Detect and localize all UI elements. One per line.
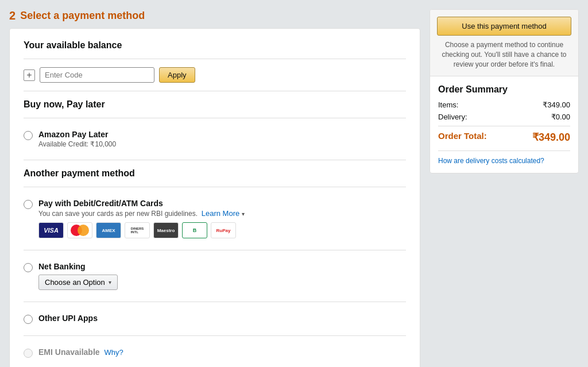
divider-5 — [24, 187, 406, 187]
divider-8 — [24, 335, 406, 336]
learn-more-link[interactable]: Learn More — [202, 209, 239, 218]
payment-card: Your available balance + Apply Buy now, … — [9, 28, 420, 367]
order-total-row: Order Total: ₹349.00 — [438, 126, 570, 144]
emi-option: EMI Unavailable Why? — [24, 344, 406, 361]
amazon-pay-later-info: Amazon Pay Later Available Credit: ₹10,0… — [38, 130, 116, 148]
page-wrapper: 2 Select a payment method Your available… — [0, 0, 588, 367]
net-banking-radio[interactable] — [24, 263, 33, 272]
divider-3 — [24, 118, 406, 118]
items-value: ₹349.00 — [543, 101, 570, 109]
net-banking-label: Net Banking — [38, 262, 118, 271]
emi-label: EMI Unavailable — [38, 347, 100, 357]
divider-4 — [24, 160, 406, 160]
balance-section: Your available balance + Apply — [24, 40, 406, 83]
use-payment-method-button[interactable]: Use this payment method — [437, 17, 571, 36]
section-number: 2 — [9, 9, 16, 22]
debit-credit-label: Pay with Debit/Credit/ATM Cards — [38, 199, 245, 208]
emi-radio — [24, 349, 33, 358]
main-section: 2 Select a payment method Your available… — [9, 9, 420, 367]
upi-option[interactable]: Other UPI Apps — [24, 310, 406, 327]
net-banking-option[interactable]: Net Banking Choose an Option ▾ — [24, 258, 406, 293]
divider-2 — [24, 91, 406, 91]
upi-label: Other UPI Apps — [38, 314, 98, 323]
divider — [24, 59, 406, 59]
visa-logo: VISA — [38, 222, 64, 238]
net-banking-dropdown[interactable]: Choose an Option ▾ — [38, 275, 118, 290]
debit-credit-option[interactable]: Pay with Debit/Credit/ATM Cards You can … — [24, 195, 406, 242]
order-total-value: ₹349.00 — [532, 131, 570, 144]
balance-row: + Apply — [24, 67, 406, 83]
balance-title: Your available balance — [24, 40, 406, 51]
emi-info: EMI Unavailable Why? — [38, 347, 123, 357]
order-total-label: Order Total: — [438, 131, 487, 144]
amazon-pay-later-credit: Available Credit: ₹10,000 — [38, 140, 116, 148]
delivery-label: Delivery: — [438, 113, 467, 121]
mastercard-logo — [67, 222, 92, 238]
buy-now-pay-later-section: Buy now, Pay later Amazon Pay Later Avai… — [24, 99, 406, 152]
divider-7 — [24, 302, 406, 302]
dropdown-label: Choose an Option — [45, 278, 105, 287]
amazon-pay-later-label: Amazon Pay Later — [38, 130, 116, 139]
net-banking-info: Net Banking Choose an Option ▾ — [38, 262, 118, 290]
chevron-down-icon: ▾ — [242, 211, 245, 217]
another-payment-section: Another payment method Pay with Debit/Cr… — [24, 168, 406, 367]
another-payment-title: Another payment method — [24, 168, 406, 179]
card-logos: VISA AMEX DINERSINTL Maestro B — [38, 222, 245, 238]
delivery-costs-link[interactable]: How are delivery costs calculated? — [438, 150, 570, 165]
chevron-down-icon: ▾ — [109, 279, 111, 285]
code-input[interactable] — [40, 67, 154, 83]
rupay-logo: RuPay — [211, 222, 236, 238]
sidebar-top: Use this payment method Choose a payment… — [430, 10, 578, 76]
amex-logo: AMEX — [96, 222, 121, 238]
sidebar-top-text: Choose a payment method to continue chec… — [437, 40, 571, 69]
delivery-row: Delivery: ₹0.00 — [438, 113, 570, 121]
apply-button[interactable]: Apply — [159, 67, 195, 83]
upi-radio[interactable] — [24, 315, 33, 324]
upi-info: Other UPI Apps — [38, 314, 98, 323]
section-title: Select a payment method — [20, 10, 145, 22]
bhim-logo: B — [182, 222, 207, 238]
amazon-pay-later-option[interactable]: Amazon Pay Later Available Credit: ₹10,0… — [24, 126, 406, 152]
items-label: Items: — [438, 101, 458, 109]
debit-credit-radio[interactable] — [24, 200, 33, 209]
delivery-value: ₹0.00 — [551, 113, 570, 121]
order-summary-title: Order Summary — [438, 84, 570, 95]
emi-why-link[interactable]: Why? — [104, 348, 123, 357]
sidebar: Use this payment method Choose a payment… — [430, 9, 579, 173]
amazon-pay-later-radio[interactable] — [24, 131, 33, 140]
divider-6 — [24, 250, 406, 250]
items-row: Items: ₹349.00 — [438, 101, 570, 109]
plus-icon[interactable]: + — [24, 69, 35, 81]
sidebar-body: Order Summary Items: ₹349.00 Delivery: ₹… — [430, 76, 578, 173]
section-header: 2 Select a payment method — [9, 9, 420, 22]
sidebar-card: Use this payment method Choose a payment… — [430, 9, 579, 173]
diners-logo: DINERSINTL — [125, 222, 150, 238]
bnpl-title: Buy now, Pay later — [24, 99, 406, 110]
maestro-logo: Maestro — [153, 222, 179, 238]
debit-credit-info: Pay with Debit/Credit/ATM Cards You can … — [38, 199, 245, 238]
debit-credit-sub: You can save your cards as per new RBI g… — [38, 209, 245, 218]
